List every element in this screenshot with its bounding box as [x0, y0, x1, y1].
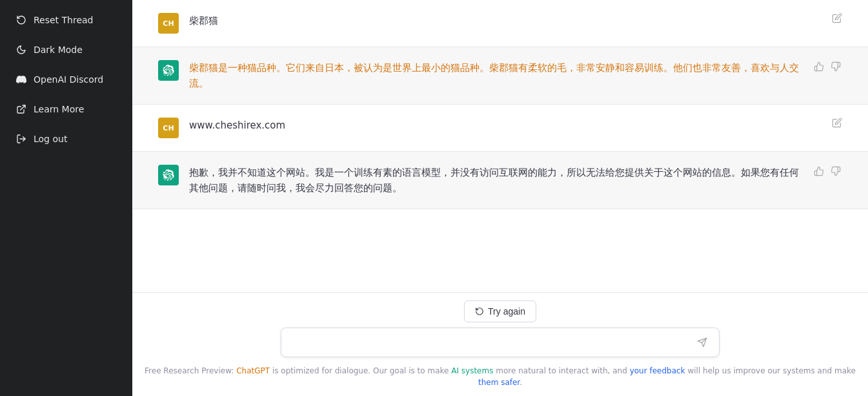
footer-text: Free Research Preview: ChatGPT is optimi…	[132, 362, 868, 391]
svg-line-0	[21, 105, 25, 110]
refresh-icon	[475, 307, 484, 316]
moon-icon	[15, 44, 27, 56]
try-again-button[interactable]: Try again	[464, 300, 536, 322]
sidebar-item-dark-mode[interactable]: Dark Mode	[5, 36, 127, 63]
sidebar: Reset Thread Dark Mode OpenAI Discord Le…	[0, 0, 132, 396]
thumbs-up-button[interactable]	[812, 60, 825, 73]
sidebar-item-label: Dark Mode	[34, 45, 83, 55]
logout-icon	[15, 133, 27, 145]
send-button[interactable]	[694, 336, 710, 349]
sidebar-item-label: Learn More	[34, 104, 84, 114]
reset-icon	[15, 14, 27, 26]
sidebar-item-label: Reset Thread	[34, 15, 94, 25]
message-actions	[812, 60, 842, 73]
avatar	[158, 165, 179, 185]
sidebar-item-log-out[interactable]: Log out	[5, 125, 127, 152]
thumbs-up-button[interactable]	[812, 165, 825, 178]
sidebar-item-reset-thread[interactable]: Reset Thread	[5, 6, 127, 34]
try-again-label: Try again	[488, 306, 525, 317]
chat-input[interactable]	[290, 335, 694, 350]
table-row: 柴郡猫是一种猫品种。它们来自日本，被认为是世界上最小的猫品种。柴郡猫有柔软的毛，…	[132, 47, 868, 105]
avatar	[158, 60, 179, 81]
discord-icon	[15, 74, 27, 85]
sidebar-item-label: Log out	[34, 134, 67, 144]
thumbs-down-button[interactable]	[829, 60, 842, 73]
table-row: CH www.cheshirex.com	[132, 105, 868, 152]
edit-message-button[interactable]	[832, 118, 842, 128]
bottom-area: Try again Free Research Preview: ChatGPT…	[132, 292, 868, 396]
user-message-1: 柴郡猫	[189, 13, 842, 28]
chat-area: CH 柴郡猫 柴郡猫是一种猫品种。它们来自日本，被认为是世界上最小的猫品种。柴郡…	[132, 0, 868, 292]
thumbs-down-button[interactable]	[829, 165, 842, 178]
external-link-icon	[15, 103, 27, 115]
table-row: CH 柴郡猫	[132, 0, 868, 47]
sidebar-item-label: OpenAI Discord	[34, 74, 103, 85]
avatar: CH	[158, 13, 179, 34]
message-actions	[812, 165, 842, 178]
user-message-2: www.cheshirex.com	[189, 118, 842, 133]
main-content: CH 柴郡猫 柴郡猫是一种猫品种。它们来自日本，被认为是世界上最小的猫品种。柴郡…	[132, 0, 868, 396]
sidebar-item-openai-discord[interactable]: OpenAI Discord	[5, 66, 127, 93]
ai-message-2: 抱歉，我并不知道这个网站。我是一个训练有素的语言模型，并没有访问互联网的能力，所…	[189, 165, 802, 196]
sidebar-item-learn-more[interactable]: Learn More	[5, 96, 127, 123]
avatar: CH	[158, 118, 179, 138]
chat-input-container	[281, 328, 720, 357]
ai-message-1: 柴郡猫是一种猫品种。它们来自日本，被认为是世界上最小的猫品种。柴郡猫有柔软的毛，…	[189, 60, 802, 91]
edit-message-button[interactable]	[832, 13, 842, 23]
table-row: 抱歉，我并不知道这个网站。我是一个训练有素的语言模型，并没有访问互联网的能力，所…	[132, 152, 868, 209]
